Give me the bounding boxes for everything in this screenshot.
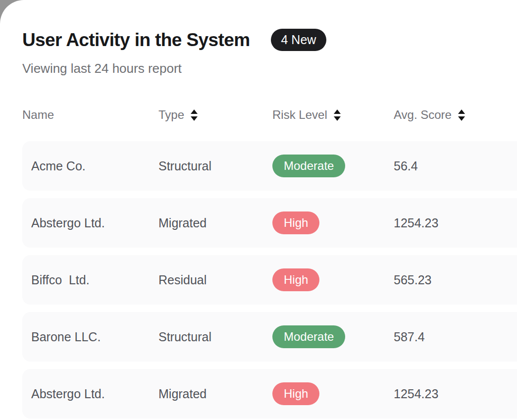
- table-row[interactable]: Abstergo Ltd. Migrated High 1254.23: [22, 198, 517, 248]
- table-row[interactable]: Abstergo Ltd. Migrated High 1254.23: [22, 369, 517, 419]
- report-subtitle: Viewing last 24 hours report: [22, 61, 517, 76]
- cell-risk-level: High: [272, 268, 394, 291]
- cell-avg-score: 1254.23: [394, 216, 517, 230]
- risk-badge: Moderate: [272, 155, 345, 177]
- cell-name: Biffco Ltd.: [22, 273, 158, 287]
- new-count-badge: 4 New: [271, 29, 327, 51]
- page-title: User Activity in the System: [22, 30, 250, 51]
- cell-type: Migrated: [158, 216, 272, 230]
- table-row[interactable]: Barone LLC. Structural Moderate 587.4: [22, 312, 517, 362]
- risk-badge: High: [272, 268, 319, 291]
- column-header-label: Risk Level: [272, 108, 327, 122]
- cell-avg-score: 1254.23: [394, 387, 517, 401]
- cell-avg-score: 56.4: [394, 159, 517, 173]
- table-row[interactable]: Acme Co. Structural Moderate 56.4: [22, 141, 517, 191]
- column-header-label: Type: [158, 108, 184, 122]
- cell-name: Barone LLC.: [22, 330, 158, 344]
- column-header-label: Avg. Score: [394, 108, 452, 122]
- user-activity-card: User Activity in the System 4 New Viewin…: [0, 0, 517, 420]
- cell-risk-level: High: [272, 382, 394, 405]
- column-header-type[interactable]: Type: [158, 108, 272, 122]
- cell-avg-score: 587.4: [394, 330, 517, 344]
- cell-risk-level: High: [272, 211, 394, 234]
- column-header-risk-level[interactable]: Risk Level: [272, 108, 394, 122]
- sort-desc-arrow-icon: [334, 116, 341, 121]
- sort-icon[interactable]: [334, 109, 341, 121]
- column-header-name: Name: [22, 108, 158, 122]
- cell-type: Residual: [158, 273, 272, 287]
- risk-badge: Moderate: [272, 325, 345, 348]
- cell-name: Abstergo Ltd.: [22, 216, 158, 230]
- column-header-label: Name: [22, 108, 54, 122]
- sort-asc-arrow-icon: [458, 109, 465, 114]
- table-row[interactable]: Biffco Ltd. Residual High 565.23: [22, 255, 517, 305]
- cell-type: Migrated: [158, 387, 272, 401]
- title-row: User Activity in the System 4 New: [22, 29, 517, 51]
- cell-type: Structural: [158, 159, 272, 173]
- risk-badge: High: [272, 211, 319, 234]
- cell-name: Acme Co.: [22, 159, 158, 173]
- risk-badge: High: [272, 382, 319, 405]
- cell-name: Abstergo Ltd.: [22, 387, 158, 401]
- column-header-avg-score[interactable]: Avg. Score: [394, 108, 517, 122]
- cell-type: Structural: [158, 330, 272, 344]
- table-header: Name Type Risk Level Avg. Score: [22, 108, 517, 122]
- sort-icon[interactable]: [458, 109, 465, 121]
- sort-desc-arrow-icon: [191, 116, 198, 121]
- sort-asc-arrow-icon: [191, 109, 198, 114]
- card-content: User Activity in the System 4 New Viewin…: [0, 0, 517, 420]
- cell-avg-score: 565.23: [394, 273, 517, 287]
- sort-asc-arrow-icon: [334, 109, 341, 114]
- sort-desc-arrow-icon: [458, 116, 465, 121]
- table-body: Acme Co. Structural Moderate 56.4 Abster…: [22, 141, 517, 419]
- sort-icon[interactable]: [191, 109, 198, 121]
- cell-risk-level: Moderate: [272, 155, 394, 177]
- cell-risk-level: Moderate: [272, 325, 394, 348]
